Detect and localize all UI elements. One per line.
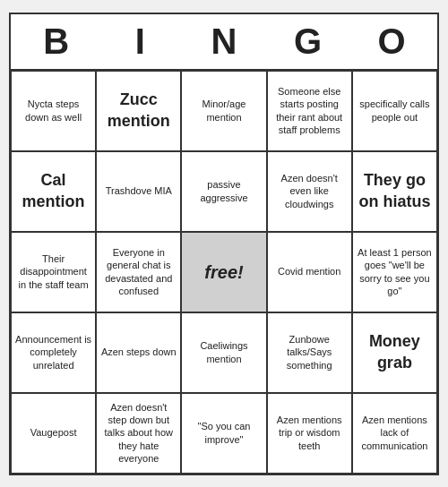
- bingo-cell-11[interactable]: Everyone in general chat is devastated a…: [96, 232, 181, 312]
- bingo-cell-15[interactable]: Announcement is completely unrelated: [11, 312, 96, 393]
- bingo-cell-17[interactable]: Caeliwings mention: [181, 312, 266, 393]
- bingo-cell-23[interactable]: Azen mentions trip or wisdom teeth: [267, 393, 352, 474]
- bingo-cell-13[interactable]: Covid mention: [267, 232, 352, 312]
- letter-n: N: [185, 21, 263, 62]
- letter-i: I: [100, 21, 179, 62]
- bingo-cell-2[interactable]: Minor/age mention: [181, 71, 266, 151]
- bingo-cell-14[interactable]: At least 1 person goes "we'll be sorry t…: [352, 232, 437, 312]
- bingo-cell-12[interactable]: free!: [181, 232, 266, 312]
- letter-g: G: [269, 21, 348, 62]
- bingo-title: B I N G O: [11, 14, 437, 71]
- letter-b: B: [17, 21, 96, 62]
- bingo-cell-24[interactable]: Azen mentions lack of communication: [352, 393, 437, 474]
- bingo-cell-8[interactable]: Azen doesn't even like cloudwings: [267, 151, 352, 232]
- bingo-cell-4[interactable]: specifically calls people out: [352, 71, 437, 151]
- bingo-cell-6[interactable]: Trashdove MIA: [96, 151, 181, 232]
- bingo-cell-16[interactable]: Azen steps down: [96, 312, 181, 393]
- bingo-cell-19[interactable]: Money grab: [352, 312, 437, 393]
- bingo-cell-22[interactable]: "So you can improve": [181, 393, 266, 474]
- bingo-cell-7[interactable]: passive aggressive: [181, 151, 266, 232]
- bingo-cell-1[interactable]: Zucc mention: [96, 71, 181, 151]
- bingo-cell-5[interactable]: Cal mention: [11, 151, 96, 232]
- bingo-cell-18[interactable]: Zunbowe talks/Says something: [267, 312, 352, 393]
- bingo-cell-3[interactable]: Someone else starts posting their rant a…: [267, 71, 352, 151]
- bingo-cell-21[interactable]: Azen doesn't step down but talks about h…: [96, 393, 181, 474]
- letter-o: O: [352, 21, 431, 62]
- bingo-card: B I N G O Nycta steps down as wellZucc m…: [9, 13, 439, 475]
- bingo-cell-9[interactable]: They go on hiatus: [352, 151, 437, 232]
- bingo-cell-20[interactable]: Vaugepost: [11, 393, 96, 474]
- bingo-cell-0[interactable]: Nycta steps down as well: [11, 71, 96, 151]
- bingo-cell-10[interactable]: Their disappointment in the staff team: [11, 232, 96, 312]
- bingo-grid: Nycta steps down as wellZucc mentionMino…: [11, 71, 437, 474]
